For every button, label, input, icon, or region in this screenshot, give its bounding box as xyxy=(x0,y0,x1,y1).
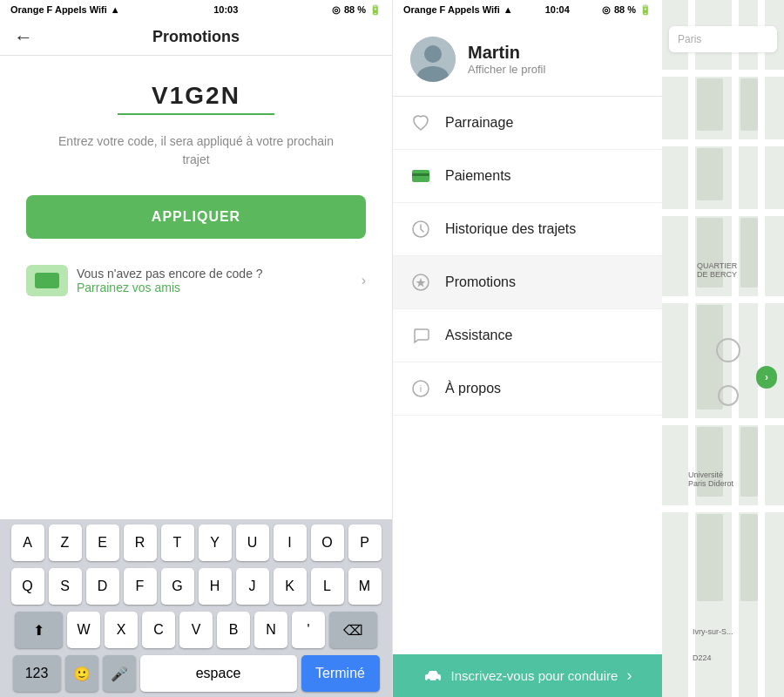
driver-signup-bar[interactable]: Inscrivez-vous pour conduire › xyxy=(393,654,662,697)
map-road-h4 xyxy=(662,296,784,303)
key-space[interactable]: espace xyxy=(140,655,297,692)
key-apostrophe[interactable]: ' xyxy=(292,612,325,648)
key-r[interactable]: R xyxy=(124,524,157,561)
referral-icon xyxy=(26,265,68,296)
map-road-h5 xyxy=(662,418,784,425)
key-m[interactable]: M xyxy=(348,568,382,605)
menu-label-assistance: Assistance xyxy=(445,328,512,343)
status-bar-right-info: ◎ 88 % 🔋 xyxy=(332,4,382,16)
map-green-button[interactable]: › xyxy=(756,366,777,389)
carrier-middle: Orange F Appels Wifi xyxy=(403,4,500,15)
key-h[interactable]: H xyxy=(199,568,232,605)
map-block-2 xyxy=(740,78,758,131)
back-button[interactable]: ← xyxy=(14,26,33,49)
key-w[interactable]: W xyxy=(67,612,100,648)
key-z[interactable]: Z xyxy=(49,524,82,561)
page-title: Promotions xyxy=(152,28,240,46)
key-f[interactable]: F xyxy=(124,568,157,605)
key-done[interactable]: Terminé xyxy=(301,655,380,692)
key-mic[interactable]: 🎤 xyxy=(103,655,136,692)
referral-icon-inner xyxy=(35,273,59,288)
menu-item-promotions[interactable]: Promotions xyxy=(393,256,662,309)
menu-item-assistance[interactable]: Assistance xyxy=(393,309,662,362)
menu-item-paiements[interactable]: Paiements xyxy=(393,150,662,203)
key-k[interactable]: K xyxy=(274,568,307,605)
battery-left: 88 % xyxy=(344,4,366,15)
map-panel: QUARTIERDE BERCY UniversitéParis Diderot… xyxy=(662,0,784,697)
keyboard-bottom-row: 123 🙂 🎤 espace Terminé xyxy=(3,655,389,692)
menu-label-parrainage: Parrainage xyxy=(445,115,513,131)
wifi-icon-left: ▲ xyxy=(111,4,120,15)
key-emoji[interactable]: 🙂 xyxy=(65,655,98,692)
keyboard-row-3: ⬆ W X C V B N ' ⌫ xyxy=(3,612,389,648)
map-btn-arrow: › xyxy=(765,371,768,383)
key-t[interactable]: T xyxy=(161,524,194,561)
key-e[interactable]: E xyxy=(86,524,119,561)
key-d[interactable]: D xyxy=(86,568,119,605)
key-q[interactable]: Q xyxy=(11,568,44,605)
key-n[interactable]: N xyxy=(254,612,287,648)
car-icon xyxy=(423,670,443,682)
key-y[interactable]: Y xyxy=(199,524,232,561)
time-middle: 10:04 xyxy=(545,4,570,15)
status-bar-left-info: Orange F Appels Wifi ▲ xyxy=(10,4,120,15)
map-label-ivry: Ivry-sur-S... xyxy=(693,627,733,636)
key-u[interactable]: U xyxy=(236,524,269,561)
key-i[interactable]: I xyxy=(274,524,307,561)
key-s[interactable]: S xyxy=(49,568,82,605)
info-icon: i xyxy=(410,378,431,399)
map-label-d224: D224 xyxy=(693,653,712,662)
code-underline xyxy=(118,113,274,115)
keyboard-row-1: A Z E R T Y U I O P xyxy=(3,524,389,561)
heart-icon xyxy=(410,112,431,133)
menu-label-promotions: Promotions xyxy=(445,274,516,290)
map-block-9 xyxy=(697,514,723,601)
star-icon xyxy=(410,272,431,293)
referral-link-text[interactable]: Parrainez vos amis xyxy=(77,281,353,294)
svg-point-1 xyxy=(424,45,442,63)
menu-item-apropos[interactable]: i À propos xyxy=(393,362,662,416)
key-v[interactable]: V xyxy=(179,612,213,648)
map-road-h2 xyxy=(662,139,784,146)
apply-button[interactable]: APPLIQUER xyxy=(26,195,366,239)
battery-icon-left: 🔋 xyxy=(369,4,382,16)
bubble-icon xyxy=(410,325,431,346)
key-l[interactable]: L xyxy=(311,568,344,605)
promo-code-display: V1G2N xyxy=(152,82,240,110)
referral-main-text: Vous n'avez pas encore de code ? xyxy=(77,267,353,281)
key-backspace[interactable]: ⌫ xyxy=(329,612,377,648)
key-shift[interactable]: ⬆ xyxy=(15,612,63,648)
key-g[interactable]: G xyxy=(161,568,194,605)
carrier-left: Orange F Appels Wifi xyxy=(10,4,107,15)
map-road-h1 xyxy=(662,70,784,77)
svg-point-9 xyxy=(427,679,430,682)
menu-label-apropos: À propos xyxy=(445,381,501,396)
key-c[interactable]: C xyxy=(142,612,175,648)
promo-content: V1G2N Entrez votre code, il sera appliqu… xyxy=(0,56,392,519)
user-profile-header[interactable]: Martin Afficher le profil xyxy=(393,19,662,97)
key-x[interactable]: X xyxy=(105,612,138,648)
key-b[interactable]: B xyxy=(217,612,250,648)
referral-banner[interactable]: Vous n'avez pas encore de code ? Parrain… xyxy=(26,256,366,305)
driver-signup-arrow: › xyxy=(626,667,632,685)
key-a[interactable]: A xyxy=(11,524,44,561)
user-info: Martin Afficher le profil xyxy=(468,43,545,76)
status-bar-middle-right: ◎ 88 % 🔋 xyxy=(602,4,652,16)
key-numbers[interactable]: 123 xyxy=(13,655,61,692)
key-p[interactable]: P xyxy=(348,524,382,561)
map-marker-circle xyxy=(716,338,740,362)
key-o[interactable]: O xyxy=(311,524,344,561)
svg-rect-4 xyxy=(412,173,429,176)
map-block-1 xyxy=(697,78,723,131)
profile-link[interactable]: Afficher le profil xyxy=(468,63,545,76)
menu-item-historique[interactable]: Historique des trajets xyxy=(393,203,662,256)
map-marker-circle-2 xyxy=(718,385,739,406)
key-j[interactable]: J xyxy=(236,568,269,605)
menu-item-parrainage[interactable]: Parrainage xyxy=(393,97,662,150)
clock-icon xyxy=(410,219,431,240)
search-bar-right[interactable]: Paris xyxy=(669,26,777,52)
username: Martin xyxy=(468,43,545,63)
map-label-bercy: QUARTIERDE BERCY xyxy=(697,261,737,279)
status-bar-middle: Orange F Appels Wifi ▲ 10:04 ◎ 88 % 🔋 xyxy=(393,0,662,19)
card-icon xyxy=(410,166,431,186)
